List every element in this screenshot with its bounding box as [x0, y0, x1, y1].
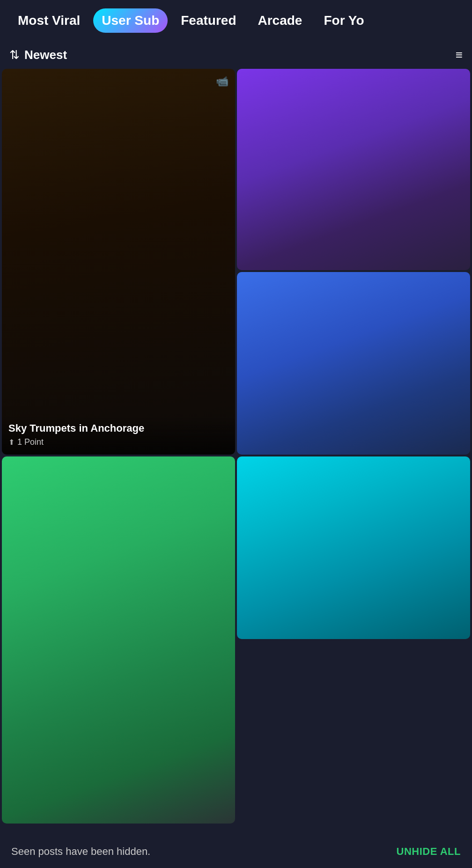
sort-label[interactable]: Newest [24, 48, 67, 62]
card-image-2 [237, 69, 470, 270]
nav-featured[interactable]: Featured [172, 8, 244, 33]
content-grid: 📹 Sky Trumpets in Anchorage ⬆ 1 Point [0, 69, 472, 824]
card-image-1 [2, 69, 235, 455]
card-image-4 [2, 456, 235, 824]
sort-arrows-icon[interactable]: ⇅ [9, 48, 20, 62]
card-overlay-1: Sky Trumpets in Anchorage ⬆ 1 Point [2, 416, 235, 455]
unhide-all-button[interactable]: UNHIDE ALL [397, 846, 461, 858]
sort-bar: ⇅ Newest ≡ [0, 41, 472, 69]
post-card-1[interactable]: 📹 Sky Trumpets in Anchorage ⬆ 1 Point [2, 69, 235, 455]
post-card-3[interactable] [237, 272, 470, 455]
sort-left-group: ⇅ Newest [9, 48, 67, 62]
post-card-4[interactable] [2, 456, 235, 824]
top-navigation: Most Viral User Sub Featured Arcade For … [0, 0, 472, 41]
seen-posts-text: Seen posts have been hidden. [11, 846, 150, 858]
nav-for-you[interactable]: For Yo [315, 8, 372, 33]
video-icon: 📹 [216, 75, 229, 88]
filter-icon[interactable]: ≡ [456, 48, 463, 62]
card-points-1: ⬆ 1 Point [8, 437, 229, 447]
points-value-1: 1 Point [17, 437, 44, 447]
nav-user-sub[interactable]: User Sub [93, 8, 168, 33]
card-image-3 [237, 272, 470, 455]
post-card-5[interactable] [237, 456, 470, 639]
content-grid-wrapper: 📹 Sky Trumpets in Anchorage ⬆ 1 Point [0, 69, 472, 828]
bottom-bar: Seen posts have been hidden. UNHIDE ALL [0, 835, 472, 868]
nav-most-viral[interactable]: Most Viral [9, 8, 88, 33]
card-title-1: Sky Trumpets in Anchorage [8, 422, 229, 434]
card-image-5 [237, 456, 470, 639]
post-card-2[interactable] [237, 69, 470, 270]
points-arrow-icon: ⬆ [8, 438, 15, 447]
nav-arcade[interactable]: Arcade [250, 8, 311, 33]
